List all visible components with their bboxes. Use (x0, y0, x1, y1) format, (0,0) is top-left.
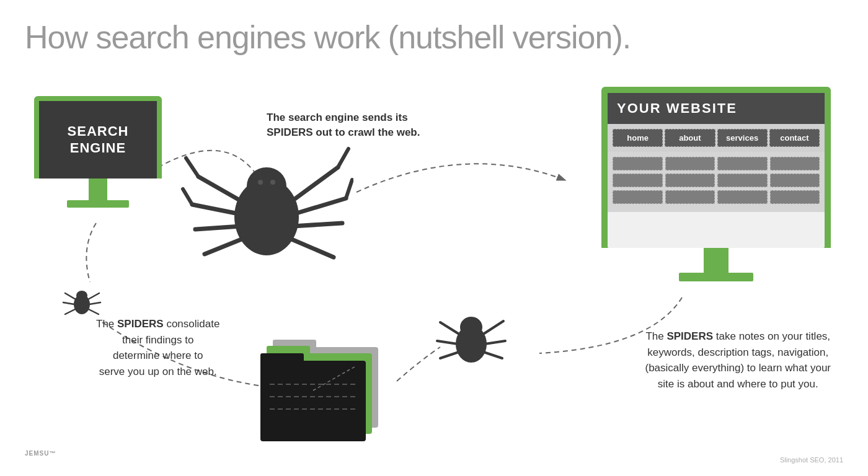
svg-line-10 (293, 223, 342, 226)
website-title: YOUR WEBSITE (617, 100, 815, 117)
svg-line-19 (63, 302, 74, 304)
svg-line-5 (192, 205, 239, 214)
footer-credit: Slingshot SEO, 2011 (780, 456, 843, 464)
search-engine-label: SEARCH ENGINE (68, 123, 129, 156)
nav-services: services (717, 129, 768, 147)
nav-about: about (665, 129, 715, 147)
svg-line-23 (89, 309, 99, 314)
svg-line-8 (291, 167, 338, 201)
svg-rect-36 (260, 361, 366, 441)
svg-line-22 (65, 309, 75, 314)
svg-line-20 (88, 293, 99, 299)
svg-line-30 (485, 341, 505, 344)
website-nav: home about services contact (608, 124, 825, 152)
svg-line-28 (440, 352, 459, 358)
svg-line-6 (195, 226, 241, 229)
annotation-bottom-right: The SPIDERS take notes on your titles,ke… (645, 328, 831, 392)
svg-line-12 (186, 158, 198, 177)
svg-point-3 (270, 180, 275, 185)
search-engine-monitor: SEARCH ENGINE (34, 96, 162, 208)
svg-line-21 (89, 302, 100, 304)
annotation-bottom-left: The SPIDERS consolidatetheir findings to… (96, 316, 219, 379)
nav-home: home (613, 129, 663, 147)
svg-point-25 (460, 317, 482, 338)
svg-line-15 (346, 180, 352, 198)
svg-line-18 (65, 293, 76, 299)
page-title: How search engines work (nutshell versio… (25, 19, 631, 56)
folder-stack (260, 335, 397, 446)
brand-logo: JEMSU™ (25, 449, 56, 464)
svg-line-14 (338, 149, 348, 167)
svg-point-1 (247, 167, 286, 205)
svg-line-9 (294, 198, 346, 214)
nav-contact: contact (769, 129, 820, 147)
svg-point-17 (76, 291, 87, 301)
website-content (608, 152, 825, 212)
svg-line-7 (205, 239, 243, 254)
svg-rect-37 (260, 353, 304, 366)
svg-line-31 (484, 352, 502, 358)
svg-line-11 (290, 239, 334, 257)
spider-large (180, 121, 353, 294)
svg-line-4 (198, 177, 242, 201)
svg-line-29 (482, 321, 503, 335)
website-monitor: YOUR WEBSITE home about services contact (601, 87, 831, 281)
annotation-top: The search engine sends its SPIDERS out … (267, 110, 440, 140)
spider-medium (434, 304, 508, 372)
svg-line-27 (437, 341, 458, 344)
svg-point-2 (258, 180, 263, 185)
svg-line-13 (183, 189, 192, 205)
svg-line-26 (440, 322, 460, 335)
